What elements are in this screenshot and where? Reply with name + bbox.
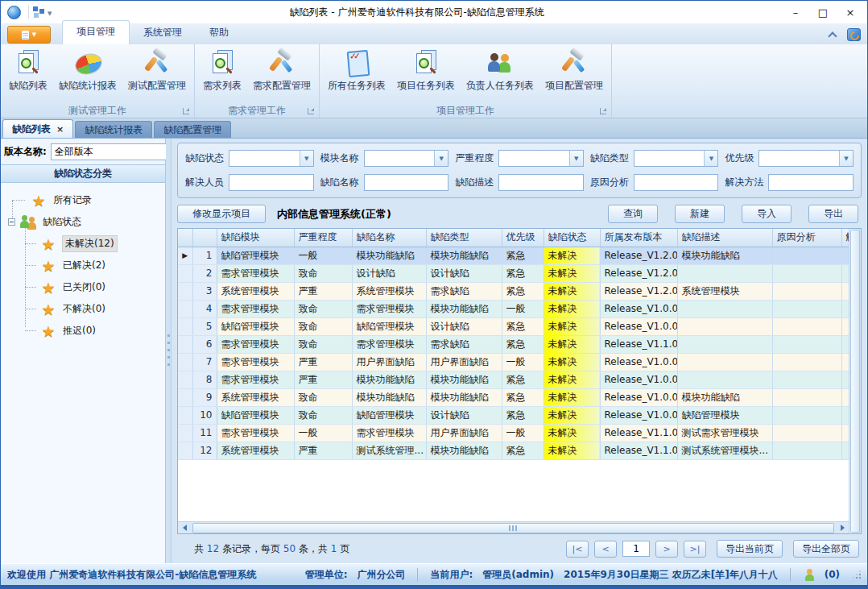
ribbon-button-project-config[interactable]: 项目配置管理: [539, 47, 609, 95]
chevron-down-icon[interactable]: ▼: [569, 151, 583, 166]
export-all-pages-button[interactable]: 导出全部页: [793, 540, 859, 558]
cell-cause[interactable]: [772, 335, 841, 353]
cell-module[interactable]: 系统管理模块: [217, 282, 294, 300]
cell-solution[interactable]: [841, 335, 849, 353]
cell-version[interactable]: Release_V1.0.0: [600, 371, 677, 388]
cell-module[interactable]: 系统管理模块: [217, 388, 294, 406]
tree-item-unresolved[interactable]: 未解决(12): [1, 233, 165, 255]
dialog-launcher-icon[interactable]: [308, 108, 314, 114]
vertical-scrollbar[interactable]: [849, 229, 861, 533]
tree-item-wont-fix[interactable]: 不解决(0): [1, 298, 165, 320]
cause-analysis-field[interactable]: [634, 174, 719, 191]
ribbon-button-owner-tasks[interactable]: 负责人任务列表: [461, 47, 539, 95]
dialog-launcher-icon[interactable]: [183, 108, 189, 114]
cell-severity[interactable]: 严重: [294, 371, 352, 388]
ribbon-button-all-tasks[interactable]: 所有任务列表: [322, 47, 391, 95]
cell-severity[interactable]: 一般: [294, 247, 352, 264]
cell-status[interactable]: 未解决: [544, 353, 600, 371]
module-name-dropdown[interactable]: ▼: [364, 150, 449, 167]
cell-status[interactable]: 未解决: [544, 371, 600, 388]
cell-version[interactable]: Release_V1.1.0: [600, 442, 677, 459]
export-current-page-button[interactable]: 导出当前页: [717, 540, 783, 558]
application-menu-button[interactable]: ▼: [7, 26, 51, 44]
defect-name-field[interactable]: [364, 174, 449, 191]
priority-dropdown[interactable]: ▼: [758, 150, 854, 167]
cell-version[interactable]: Release_V1.0.0: [600, 353, 677, 371]
cell-name[interactable]: 需求管理模块: [352, 424, 426, 442]
minimize-button[interactable]: –: [782, 3, 809, 21]
ribbon-button-project-tasks[interactable]: 项目任务列表: [391, 47, 461, 95]
header-defect-description[interactable]: 缺陷描述: [677, 229, 772, 247]
first-page-button[interactable]: |<: [566, 541, 589, 558]
cell-severity[interactable]: 严重: [294, 282, 352, 300]
cell-type[interactable]: 用户界面缺陷: [426, 353, 502, 371]
header-solution[interactable]: 解决方法: [841, 229, 849, 247]
cell-solution[interactable]: [841, 442, 849, 459]
page-number-input[interactable]: [622, 541, 650, 557]
version-combobox-input[interactable]: [52, 144, 179, 160]
defect-row[interactable]: 10缺陷管理模块致命缺陷管理模块设计缺陷紧急未解决Release_V1.0.0缺…: [178, 406, 849, 424]
cell-severity[interactable]: 致命: [294, 388, 352, 406]
cell-type[interactable]: 设计缺陷: [426, 264, 502, 282]
tab-defect-list[interactable]: 缺陷列表 ×: [2, 119, 73, 138]
cell-priority[interactable]: 紧急: [502, 264, 544, 282]
cell-version[interactable]: Release_V1.0.0: [600, 388, 677, 406]
defect-type-dropdown[interactable]: ▼: [634, 150, 719, 167]
previous-page-button[interactable]: <: [594, 541, 617, 558]
cell-priority[interactable]: 紧急: [502, 442, 544, 459]
cell-module[interactable]: 系统管理模块: [217, 442, 294, 459]
defect-row[interactable]: ▶1缺陷管理模块一般模块功能缺陷模块功能缺陷紧急未解决Release_V1.2.…: [178, 247, 849, 264]
tree-item-closed[interactable]: 已关闭(0): [1, 276, 165, 298]
cell-type[interactable]: 模块功能缺陷: [426, 247, 502, 264]
cell-module[interactable]: 缺陷管理模块: [217, 406, 294, 424]
cell-name[interactable]: 缺陷管理模块: [352, 406, 426, 424]
cell-type[interactable]: 模块功能缺陷: [426, 300, 502, 317]
cell-severity[interactable]: 致命: [294, 317, 352, 335]
dialog-launcher-icon[interactable]: [600, 108, 606, 114]
cell-solution[interactable]: [841, 353, 849, 371]
cell-status[interactable]: 未解决: [544, 317, 600, 335]
cell-cause[interactable]: [772, 406, 841, 424]
cell-solution[interactable]: [841, 406, 849, 424]
solution-field[interactable]: [768, 174, 854, 191]
cell-description[interactable]: 系统管理模块: [677, 282, 772, 300]
tree-item-postponed[interactable]: 推迟(0): [1, 320, 165, 342]
cell-solution[interactable]: [841, 282, 849, 300]
cell-description[interactable]: 模块功能缺陷: [677, 388, 772, 406]
ribbon-tab-system-management[interactable]: 系统管理: [130, 22, 196, 44]
cell-description[interactable]: 缺陷管理模块: [677, 406, 772, 424]
cell-version[interactable]: Release_V1.1.0: [600, 335, 677, 353]
header-defect-status[interactable]: 缺陷状态: [544, 229, 600, 247]
cell-name[interactable]: 设计缺陷: [352, 264, 426, 282]
severity-dropdown[interactable]: ▼: [498, 150, 584, 167]
cell-version[interactable]: Release_V1.2.0: [600, 247, 677, 264]
cell-cause[interactable]: [772, 247, 841, 264]
cell-type[interactable]: 模块功能缺陷: [426, 388, 502, 406]
cell-solution[interactable]: [841, 317, 849, 335]
cell-cause[interactable]: [772, 442, 841, 459]
cell-solution[interactable]: [841, 388, 849, 406]
cell-version[interactable]: Release_V1.0.0: [600, 317, 677, 335]
cell-name[interactable]: 系统管理模块: [352, 282, 426, 300]
header-severity[interactable]: 严重程度: [294, 229, 352, 247]
tree-item-defect-status[interactable]: 缺陷状态: [1, 211, 165, 233]
cell-name[interactable]: 用户界面缺陷: [352, 353, 426, 371]
defect-row[interactable]: 3系统管理模块严重系统管理模块需求缺陷紧急未解决Release_V1.2.0系统…: [178, 282, 849, 300]
header-defect-module[interactable]: 缺陷模块: [217, 229, 294, 247]
ribbon-button-defect-statistics[interactable]: 缺陷统计报表: [53, 47, 122, 95]
cell-status[interactable]: 未解决: [544, 300, 600, 317]
ribbon-button-test-config[interactable]: 测试配置管理: [122, 47, 192, 95]
header-priority[interactable]: 优先级: [502, 229, 544, 247]
cell-severity[interactable]: 一般: [294, 424, 352, 442]
tree-collapse-icon[interactable]: [8, 218, 15, 226]
cell-module[interactable]: 需求管理模块: [217, 335, 294, 353]
header-defect-name[interactable]: 缺陷名称: [352, 229, 426, 247]
ribbon-tab-help[interactable]: 帮助: [196, 22, 242, 44]
defect-row[interactable]: 9系统管理模块致命模块功能缺陷模块功能缺陷紧急未解决Release_V1.0.0…: [178, 388, 849, 406]
cell-name[interactable]: 需求管理模块: [352, 300, 426, 317]
cell-cause[interactable]: [772, 424, 841, 442]
cell-priority[interactable]: 一般: [502, 353, 544, 371]
tree-item-resolved[interactable]: 已解决(2): [1, 255, 165, 276]
resize-grip[interactable]: [853, 570, 861, 579]
cell-description[interactable]: 测试需求管理模块: [677, 424, 772, 442]
